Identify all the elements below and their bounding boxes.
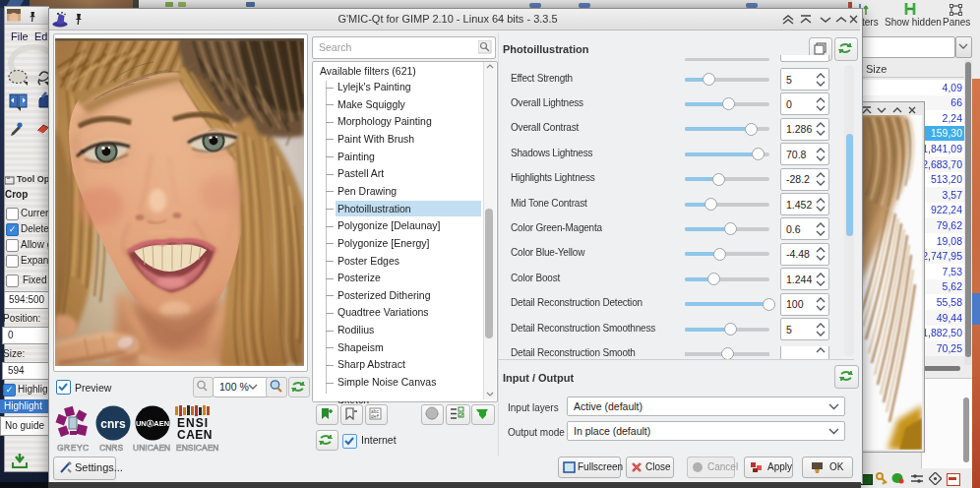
svg-text:CAEN: CAEN [177, 428, 213, 442]
svg-text:UNⒶAEN: UNⒶAEN [136, 419, 169, 428]
svg-text:def: def [371, 414, 379, 419]
svg-text:cnrs: cnrs [100, 417, 126, 431]
